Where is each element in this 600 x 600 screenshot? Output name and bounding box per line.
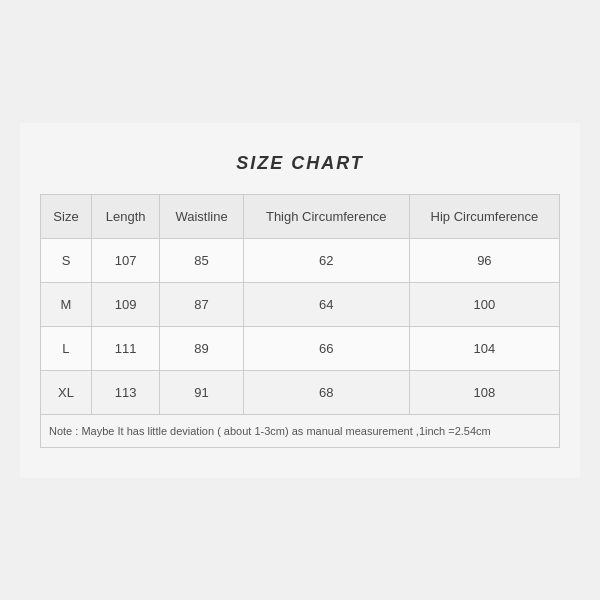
size-chart-container: SIZE CHART Size Length Waistline Thigh C…	[20, 123, 580, 478]
note-text: Note : Maybe It has little deviation ( a…	[41, 414, 560, 447]
cell-size: XL	[41, 370, 92, 414]
table-row: XL1139168108	[41, 370, 560, 414]
size-table: Size Length Waistline Thigh Circumferenc…	[40, 194, 560, 448]
cell-waistline: 87	[160, 282, 243, 326]
cell-size: S	[41, 238, 92, 282]
table-row: S107856296	[41, 238, 560, 282]
cell-waistline: 91	[160, 370, 243, 414]
cell-hip: 96	[409, 238, 559, 282]
cell-length: 107	[91, 238, 159, 282]
chart-title: SIZE CHART	[40, 153, 560, 174]
cell-waistline: 89	[160, 326, 243, 370]
cell-waistline: 85	[160, 238, 243, 282]
cell-thigh: 66	[243, 326, 409, 370]
cell-length: 111	[91, 326, 159, 370]
cell-hip: 108	[409, 370, 559, 414]
table-header-row: Size Length Waistline Thigh Circumferenc…	[41, 194, 560, 238]
col-header-size: Size	[41, 194, 92, 238]
col-header-thigh: Thigh Circumference	[243, 194, 409, 238]
cell-size: M	[41, 282, 92, 326]
cell-hip: 100	[409, 282, 559, 326]
cell-thigh: 68	[243, 370, 409, 414]
note-row: Note : Maybe It has little deviation ( a…	[41, 414, 560, 447]
col-header-hip: Hip Circumference	[409, 194, 559, 238]
cell-size: L	[41, 326, 92, 370]
table-row: L1118966104	[41, 326, 560, 370]
cell-thigh: 62	[243, 238, 409, 282]
cell-length: 113	[91, 370, 159, 414]
cell-thigh: 64	[243, 282, 409, 326]
table-row: M1098764100	[41, 282, 560, 326]
col-header-length: Length	[91, 194, 159, 238]
col-header-waistline: Waistline	[160, 194, 243, 238]
cell-hip: 104	[409, 326, 559, 370]
cell-length: 109	[91, 282, 159, 326]
